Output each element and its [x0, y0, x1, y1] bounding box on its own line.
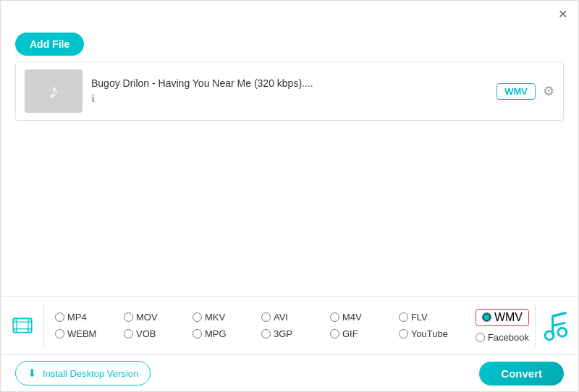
svg-rect-3	[13, 329, 17, 333]
format-gif[interactable]: GIF	[330, 328, 396, 339]
file-name: Bugoy Drilon - Having You Near Me (320 k…	[91, 77, 488, 89]
svg-rect-4	[28, 329, 32, 333]
music-icon: ♪	[48, 80, 59, 103]
format-mp4[interactable]: MP4	[55, 312, 121, 323]
svg-point-10	[558, 328, 567, 336]
convert-button[interactable]: Convert	[479, 362, 564, 385]
format-wmv-selected[interactable]: WMV	[476, 309, 529, 326]
format-youtube[interactable]: YouTube	[399, 328, 465, 339]
format-badge[interactable]: WMV	[496, 83, 536, 100]
format-webm[interactable]: WEBM	[55, 328, 121, 339]
action-bar: ⬇ Install Desktop Version Convert	[1, 355, 578, 391]
format-vob[interactable]: VOB	[124, 328, 190, 339]
format-facebook[interactable]: Facebook	[476, 332, 529, 343]
file-actions: WMV ⚙	[496, 83, 554, 100]
file-item: ♪ Bugoy Drilon - Having You Near Me (320…	[16, 62, 563, 120]
toolbar: Add File	[1, 27, 578, 61]
format-options: MP4 MOV MKV AVI M4V FLV WEBM VOB MPG 3GP	[44, 312, 476, 339]
film-icon	[11, 314, 34, 337]
audio-format-icon[interactable]	[535, 304, 578, 347]
svg-line-12	[553, 323, 566, 325]
download-icon: ⬇	[28, 367, 37, 380]
info-icon[interactable]: ℹ	[91, 93, 95, 104]
wmv-facebook-col: WMV Facebook	[476, 309, 529, 343]
add-file-button[interactable]: Add File	[15, 33, 84, 56]
install-label: Install Desktop Version	[43, 368, 138, 379]
close-button[interactable]: ✕	[555, 7, 570, 21]
format-3gp[interactable]: 3GP	[261, 328, 327, 339]
content-area	[1, 121, 578, 280]
video-format-icon[interactable]	[1, 304, 44, 347]
music-note-icon	[536, 304, 578, 347]
svg-rect-2	[28, 318, 32, 322]
format-bar: MP4 MOV MKV AVI M4V FLV WEBM VOB MPG 3GP	[1, 296, 578, 355]
svg-rect-1	[13, 318, 17, 322]
format-mov[interactable]: MOV	[124, 312, 190, 323]
settings-icon[interactable]: ⚙	[543, 83, 554, 99]
format-flv[interactable]: FLV	[399, 312, 465, 323]
file-thumbnail: ♪	[25, 69, 83, 113]
title-bar: ✕	[1, 1, 578, 27]
file-info: Bugoy Drilon - Having You Near Me (320 k…	[83, 77, 496, 105]
format-mpg[interactable]: MPG	[193, 328, 258, 339]
file-list: ♪ Bugoy Drilon - Having You Near Me (320…	[15, 61, 564, 121]
svg-line-11	[553, 312, 566, 315]
format-m4v[interactable]: M4V	[330, 312, 396, 323]
install-desktop-button[interactable]: ⬇ Install Desktop Version	[15, 361, 151, 385]
format-mkv[interactable]: MKV	[193, 312, 258, 323]
format-avi[interactable]: AVI	[261, 312, 327, 323]
svg-point-9	[545, 331, 554, 339]
